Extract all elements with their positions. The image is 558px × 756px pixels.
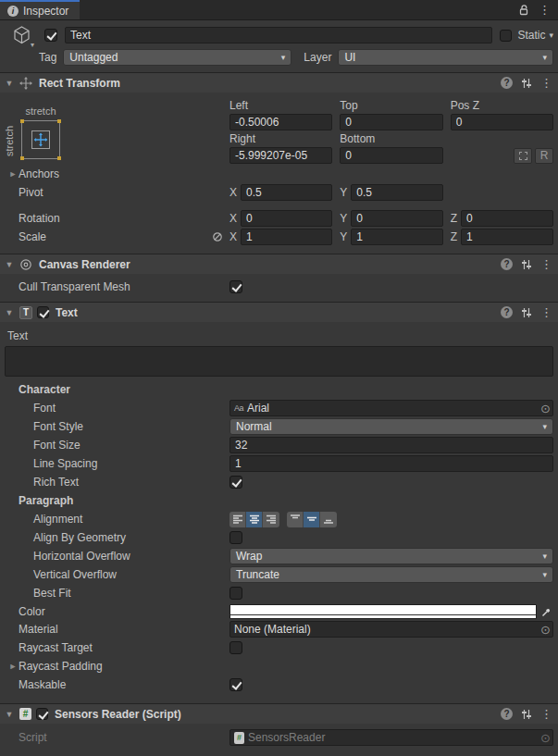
component-menu-kebab-icon[interactable]: ⋮ <box>540 258 552 270</box>
rect-transform-body: stretch stretch Lef <box>0 93 558 254</box>
rotation-label: Rotation <box>0 212 229 225</box>
text-enabled-checkbox[interactable] <box>37 306 49 318</box>
tag-dropdown[interactable]: Untagged ▾ <box>63 49 291 66</box>
top-label: Top <box>340 98 442 113</box>
help-icon[interactable]: ? <box>501 258 513 270</box>
gameobject-enabled-checkbox[interactable] <box>44 29 57 42</box>
font-object-field[interactable]: Aa Arial ⊙ <box>229 400 553 416</box>
anchor-preview-box[interactable] <box>21 120 60 159</box>
help-icon[interactable]: ? <box>501 77 513 89</box>
sensors-reader-enabled-checkbox[interactable] <box>36 708 48 720</box>
font-size-field[interactable] <box>229 437 553 453</box>
object-picker-icon[interactable]: ⊙ <box>540 624 551 636</box>
axis-x-label: X <box>229 186 237 199</box>
tab-menu-kebab-icon[interactable]: ⋮ <box>539 4 551 16</box>
anchor-preset-zone[interactable]: stretch stretch <box>0 98 229 165</box>
pivot-label: Pivot <box>0 186 229 199</box>
sensors-reader-title: Sensors Reader (Script) <box>55 708 181 721</box>
text-value-textarea[interactable] <box>5 346 553 377</box>
help-icon[interactable]: ? <box>501 708 513 720</box>
help-icon[interactable]: ? <box>501 306 513 318</box>
eyedropper-icon[interactable] <box>540 605 553 617</box>
horizontal-overflow-dropdown[interactable]: Wrap ▾ <box>229 548 553 564</box>
tab-inspector[interactable]: i Inspector <box>0 0 80 19</box>
scale-z-field[interactable] <box>461 229 553 245</box>
layer-dropdown[interactable]: UI ▾ <box>338 49 553 66</box>
scale-y-field[interactable] <box>351 229 442 245</box>
lock-icon[interactable] <box>518 4 529 16</box>
rich-text-checkbox[interactable] <box>229 476 242 489</box>
component-menu-kebab-icon[interactable]: ⋮ <box>540 708 552 720</box>
raw-edit-mode-button[interactable]: R <box>535 148 553 164</box>
gameobject-icon[interactable]: ▾ <box>6 25 37 45</box>
line-spacing-field[interactable] <box>229 455 553 472</box>
align-right-button[interactable] <box>263 512 279 527</box>
script-label: Script <box>0 731 229 744</box>
text-foldout-icon[interactable]: ▼ <box>4 308 15 317</box>
rotation-x-field[interactable] <box>241 210 332 227</box>
maskable-checkbox[interactable] <box>229 678 242 691</box>
tag-value: Untagged <box>69 51 118 64</box>
top-field[interactable] <box>340 114 442 130</box>
csharp-script-icon: # <box>19 708 31 720</box>
presets-icon[interactable] <box>521 307 532 318</box>
text-component-header[interactable]: ▼ T Text ? ⋮ <box>0 302 558 322</box>
right-field[interactable] <box>229 147 332 164</box>
rect-transform-title: Rect Transform <box>39 77 120 90</box>
static-dropdown-caret-icon[interactable]: ▾ <box>549 31 553 40</box>
constrain-proportions-icon[interactable] <box>212 231 223 242</box>
dropdown-caret-icon: ▾ <box>542 570 547 579</box>
left-field[interactable] <box>229 114 332 130</box>
component-menu-kebab-icon[interactable]: ⋮ <box>540 306 552 318</box>
rotation-y-field[interactable] <box>351 210 442 227</box>
component-menu-kebab-icon[interactable]: ⋮ <box>540 77 552 89</box>
anchors-foldout[interactable]: ► Anchors <box>0 167 229 180</box>
rotation-z-field[interactable] <box>461 210 553 227</box>
align-top-button[interactable] <box>287 512 304 527</box>
material-object-field[interactable]: None (Material) ⊙ <box>229 621 553 638</box>
vertical-alignment-group <box>287 512 337 527</box>
color-swatch[interactable] <box>229 604 537 619</box>
best-fit-checkbox[interactable] <box>229 587 242 600</box>
posz-field[interactable] <box>451 114 553 130</box>
rect-transform-foldout-icon[interactable]: ▼ <box>4 79 15 88</box>
object-picker-icon[interactable]: ⊙ <box>540 403 551 415</box>
align-bottom-button[interactable] <box>320 512 337 527</box>
canvas-renderer-header[interactable]: ▼ Canvas Renderer ? ⋮ <box>0 254 558 274</box>
scale-x-field[interactable] <box>241 229 332 245</box>
raycast-padding-foldout[interactable]: ► Raycast Padding <box>0 660 229 673</box>
gameobject-header: ▾ Static ▾ Tag Untagged ▾ Layer UI ▾ <box>0 20 558 72</box>
anchors-foldout-icon: ► <box>7 169 19 179</box>
align-by-geometry-checkbox[interactable] <box>229 531 242 544</box>
gameobject-name-field[interactable] <box>65 27 492 43</box>
cull-transparent-mesh-checkbox[interactable] <box>229 280 242 293</box>
blueprint-mode-button[interactable] <box>514 148 532 164</box>
align-left-button[interactable] <box>229 512 246 527</box>
rect-transform-header[interactable]: ▼ Rect Transform ? ⋮ <box>0 72 558 93</box>
pivot-y-field[interactable] <box>351 184 442 201</box>
align-center-button[interactable] <box>246 512 263 527</box>
sensors-reader-header[interactable]: ▼ # Sensors Reader (Script) ? ⋮ <box>0 703 558 724</box>
font-style-dropdown[interactable]: Normal ▾ <box>229 418 553 435</box>
static-checkbox[interactable] <box>500 30 512 42</box>
left-label: Left <box>229 98 332 113</box>
bottom-field[interactable] <box>340 147 442 164</box>
presets-icon[interactable] <box>521 709 532 720</box>
presets-icon[interactable] <box>521 78 532 89</box>
tab-title: Inspector <box>23 5 68 18</box>
tab-bar: i Inspector ⋮ <box>0 0 558 20</box>
material-value: None (Material) <box>234 623 311 636</box>
dropdown-caret-icon: ▾ <box>542 552 547 561</box>
font-label: Font <box>0 402 229 415</box>
text-component-icon: T <box>19 306 32 319</box>
vertical-overflow-dropdown[interactable]: Truncate ▾ <box>229 566 553 583</box>
anchor-stretch-left-label: stretch <box>4 120 15 161</box>
canvas-renderer-foldout-icon[interactable]: ▼ <box>4 260 15 269</box>
raycast-target-checkbox[interactable] <box>229 641 242 654</box>
align-middle-button[interactable] <box>304 512 320 527</box>
pivot-x-field[interactable] <box>241 184 332 201</box>
anchor-handle-icon <box>20 156 24 160</box>
horizontal-alignment-group <box>229 512 279 527</box>
sensors-reader-foldout-icon[interactable]: ▼ <box>4 710 15 719</box>
presets-icon[interactable] <box>521 259 532 270</box>
